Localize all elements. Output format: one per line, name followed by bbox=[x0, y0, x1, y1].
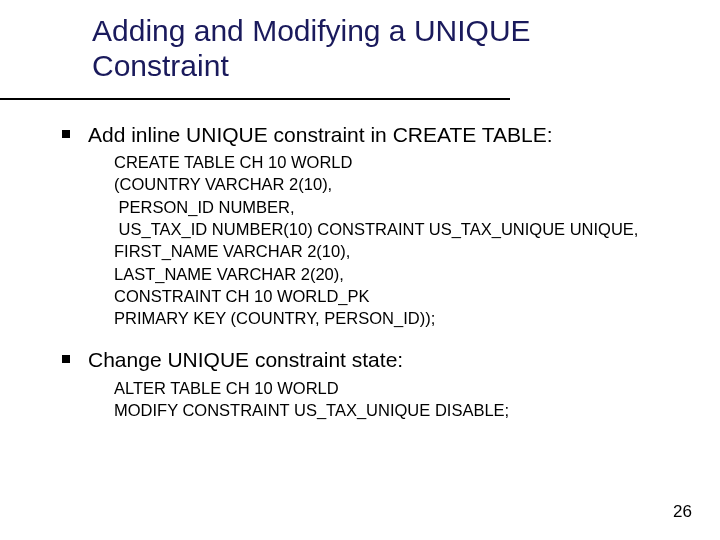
code-block: ALTER TABLE CH 10 WORLD MODIFY CONSTRAIN… bbox=[114, 377, 682, 422]
code-line: CREATE TABLE CH 10 WORLD bbox=[114, 151, 682, 173]
code-line: US_TAX_ID NUMBER(10) CONSTRAINT US_TAX_U… bbox=[114, 218, 682, 240]
square-bullet-icon bbox=[62, 130, 70, 138]
code-line: CONSTRAINT CH 10 WORLD_PK bbox=[114, 285, 682, 307]
code-line: LAST_NAME VARCHAR 2(20), bbox=[114, 263, 682, 285]
slide-body: Add inline UNIQUE constraint in CREATE T… bbox=[62, 122, 682, 421]
page-number: 26 bbox=[673, 502, 692, 522]
code-line: PRIMARY KEY (COUNTRY, PERSON_ID)); bbox=[114, 307, 682, 329]
code-line: MODIFY CONSTRAINT US_TAX_UNIQUE DISABLE; bbox=[114, 399, 682, 421]
bullet-text: Change UNIQUE constraint state: bbox=[88, 347, 403, 372]
bullet-text: Add inline UNIQUE constraint in CREATE T… bbox=[88, 122, 553, 147]
code-line: ALTER TABLE CH 10 WORLD bbox=[114, 377, 682, 399]
code-line: FIRST_NAME VARCHAR 2(10), bbox=[114, 240, 682, 262]
bullet-item: Change UNIQUE constraint state: bbox=[62, 347, 682, 372]
slide-title: Adding and Modifying a UNIQUE Constraint bbox=[92, 14, 672, 83]
slide: { "title": "Adding and Modifying a UNIQU… bbox=[0, 0, 720, 540]
code-line: PERSON_ID NUMBER, bbox=[114, 196, 682, 218]
horizontal-rule bbox=[0, 98, 510, 100]
square-bullet-icon bbox=[62, 355, 70, 363]
code-block: CREATE TABLE CH 10 WORLD (COUNTRY VARCHA… bbox=[114, 151, 682, 329]
bullet-item: Add inline UNIQUE constraint in CREATE T… bbox=[62, 122, 682, 147]
code-line: (COUNTRY VARCHAR 2(10), bbox=[114, 173, 682, 195]
